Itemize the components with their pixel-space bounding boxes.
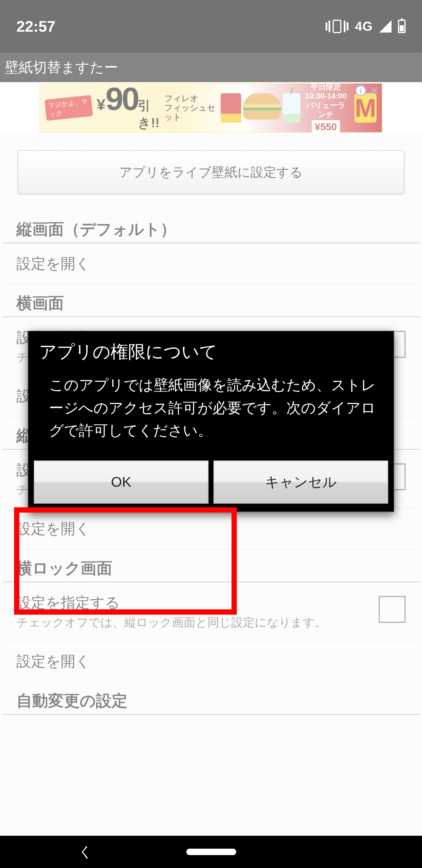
nav-home-pill[interactable] bbox=[186, 849, 236, 855]
dialog-layer: アプリの権限について このアプリでは壁紙画像を読み込むため、ストレージへのアクセ… bbox=[0, 0, 422, 836]
dialog-body: このアプリでは壁紙画像を読み込むため、ストレージへのアクセス許可が必要です。次の… bbox=[28, 369, 394, 456]
dialog-button-row: OK キャンセル bbox=[28, 456, 394, 512]
system-nav-bar: く bbox=[0, 836, 422, 868]
dialog-title: アプリの権限について bbox=[28, 331, 394, 369]
cancel-button-label: キャンセル bbox=[265, 473, 337, 492]
ok-button[interactable]: OK bbox=[34, 460, 209, 504]
cancel-button[interactable]: キャンセル bbox=[213, 460, 388, 504]
nav-back-icon[interactable]: く bbox=[78, 842, 93, 861]
ok-button-label: OK bbox=[111, 474, 131, 490]
permission-dialog: アプリの権限について このアプリでは壁紙画像を読み込むため、ストレージへのアクセ… bbox=[28, 331, 394, 512]
